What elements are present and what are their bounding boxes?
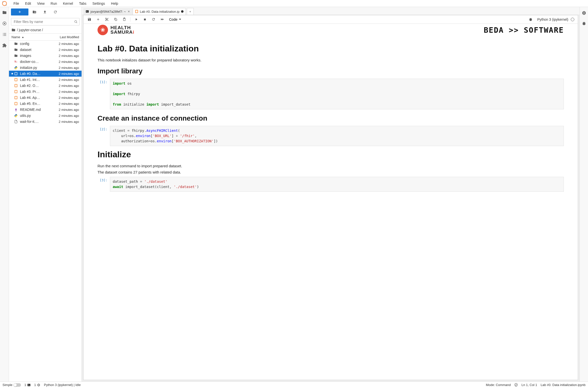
svg-point-5	[75, 20, 77, 22]
file-row[interactable]: wait-for-it.…2 minutes ago	[9, 119, 82, 125]
svg-rect-10	[15, 96, 17, 99]
code-cell-2[interactable]: [2]: client = fhirpy.AsyncFHIRClient( ur…	[98, 126, 564, 146]
file-row[interactable]: Lab #4. Ap…2 minutes ago	[9, 95, 82, 101]
notebook-icon	[14, 78, 18, 81]
sort-asc-icon: ▲	[22, 36, 24, 38]
add-cell-icon[interactable]	[94, 16, 102, 22]
file-row[interactable]: Lab #3. Pr…2 minutes ago	[9, 89, 82, 95]
notebook-body[interactable]: ❀ HEALTHSAMURAi BEDA >> SOFTWARE Lab #0.…	[84, 24, 578, 380]
jupyter-logo[interactable]	[2, 1, 7, 6]
restart-run-all-icon[interactable]	[158, 16, 166, 22]
file-path[interactable]: Lab #0. Data initialization.ipynb	[541, 383, 586, 387]
dock-tab[interactable]: Lab #0. Data initialization.ip	[133, 8, 186, 15]
column-modified[interactable]: Last Modified	[52, 34, 82, 40]
svg-rect-13	[135, 10, 138, 13]
run-icon[interactable]	[132, 16, 140, 22]
upload-icon[interactable]	[40, 8, 49, 15]
close-icon[interactable]: ×	[127, 9, 130, 13]
puzzle-icon[interactable]	[2, 43, 7, 48]
code-input[interactable]: client = fhirpy.AsyncFHIRClient( url=os.…	[110, 126, 564, 146]
code-cell-1[interactable]: [1]: import os import fhirpy from initia…	[98, 79, 564, 109]
code-cell-3[interactable]: [3]: dataset_path = './dataset' await im…	[98, 177, 564, 192]
cell-type-select[interactable]: Code	[167, 16, 183, 22]
code-input[interactable]: import os import fhirpy from initialize …	[110, 79, 564, 109]
menu-help[interactable]: Help	[108, 0, 121, 6]
save-icon[interactable]	[86, 16, 93, 22]
new-folder-icon[interactable]	[30, 8, 39, 15]
kernel-status[interactable]: Python 3 (ipykernel) | Idle	[44, 383, 81, 387]
file-row[interactable]: initialize.py2 minutes ago	[9, 65, 82, 71]
terminal-icon	[86, 10, 89, 13]
file-name: config	[20, 42, 52, 46]
debugger-panel-icon[interactable]	[582, 21, 587, 26]
lotus-icon: ❀	[98, 25, 108, 35]
file-row[interactable]: Y:docker-co…2 minutes ago	[9, 59, 82, 65]
breadcrumb[interactable]: / jupyter-course /	[9, 26, 82, 33]
stop-icon[interactable]	[141, 17, 149, 22]
heading-initialize: Initialize	[98, 150, 564, 159]
python-icon	[14, 66, 18, 69]
filter-input[interactable]	[11, 18, 80, 25]
breadcrumb-path[interactable]: / jupyter-course /	[17, 28, 43, 32]
file-name: Lab #4. Ap…	[20, 96, 52, 100]
file-row[interactable]: utils.py2 minutes ago	[9, 113, 82, 119]
folder-icon[interactable]	[2, 10, 7, 15]
file-row[interactable]: dataset2 minutes ago	[9, 47, 82, 53]
svg-rect-11	[15, 102, 17, 105]
file-list: config2 minutes agodataset2 minutes agoi…	[9, 41, 82, 382]
trust-icon[interactable]	[514, 383, 518, 387]
menu-settings[interactable]: Settings	[90, 0, 108, 6]
menu-view[interactable]: View	[34, 0, 48, 6]
heading-import: Import library	[98, 67, 564, 75]
mode-indicator[interactable]: Mode: Command	[486, 383, 511, 387]
python-icon	[14, 114, 18, 117]
simple-mode-toggle[interactable]: Simple	[2, 383, 21, 387]
svg-rect-19	[38, 384, 39, 386]
cursor-position[interactable]: Ln 1, Col 1	[521, 383, 537, 387]
file-row[interactable]: Lab #2. O…2 minutes ago	[9, 83, 82, 89]
file-row[interactable]: config2 minutes ago	[9, 41, 82, 47]
menu-kernel[interactable]: Kernel	[60, 0, 76, 6]
status-bar: Simple 1 1 Python 3 (ipykernel) | Idle M…	[0, 382, 588, 388]
menu-tabs[interactable]: Tabs	[76, 0, 90, 6]
kernel-status-icon[interactable]	[571, 18, 574, 21]
file-row[interactable]: MREADME.md2 minutes ago	[9, 107, 82, 113]
kernel-name[interactable]: Python 3 (ipykernel)	[537, 17, 568, 21]
new-launcher-button[interactable]: +	[11, 8, 28, 15]
property-inspector-icon[interactable]	[582, 10, 587, 15]
file-modified: 2 minutes ago	[52, 90, 79, 94]
running-icon[interactable]	[2, 21, 7, 26]
copy-icon[interactable]	[112, 16, 119, 22]
file-row[interactable]: Lab #5. En…2 minutes ago	[9, 101, 82, 107]
kernels-count[interactable]: 1	[34, 383, 40, 387]
file-row[interactable]: Lab #1. Int…2 minutes ago	[9, 77, 82, 83]
beda-software-logo: BEDA >> SOFTWARE	[484, 26, 564, 34]
file-modified: 2 minutes ago	[52, 96, 79, 100]
menu-file[interactable]: File	[10, 0, 22, 6]
file-row[interactable]: images2 minutes ago	[9, 53, 82, 59]
menu-edit[interactable]: Edit	[22, 0, 34, 6]
menu-run[interactable]: Run	[48, 0, 60, 6]
file-name: Lab #1. Int…	[20, 78, 52, 82]
tab-label: jovyan@5f447a28fef7: ~	[91, 10, 126, 13]
terminals-count[interactable]: 1	[24, 383, 31, 387]
heading-connection: Create an instance of connection	[98, 114, 564, 122]
svg-rect-8	[15, 84, 17, 87]
init-text-2: The dataset contains 27 patients with re…	[98, 170, 564, 174]
svg-rect-16	[124, 18, 125, 18]
dock-tab[interactable]: jovyan@5f447a28fef7: ~×	[83, 8, 133, 15]
file-name: README.md	[20, 108, 52, 112]
code-input[interactable]: dataset_path = './dataset' await import_…	[110, 177, 564, 192]
cut-icon[interactable]	[103, 16, 111, 22]
file-modified: 2 minutes ago	[52, 72, 79, 76]
paste-icon[interactable]	[120, 16, 128, 22]
debugger-icon[interactable]	[527, 16, 535, 22]
md-icon: M	[14, 108, 18, 111]
file-row[interactable]: Lab #0. Da…2 minutes ago	[9, 71, 82, 77]
refresh-icon[interactable]	[51, 8, 60, 15]
svg-rect-17	[144, 18, 146, 20]
column-name[interactable]: Name ▲	[9, 34, 52, 40]
add-tab-button[interactable]: +	[187, 8, 194, 15]
toc-icon[interactable]	[2, 32, 7, 37]
restart-icon[interactable]	[150, 16, 157, 22]
